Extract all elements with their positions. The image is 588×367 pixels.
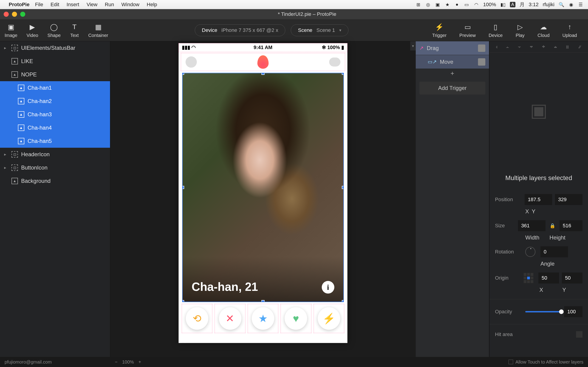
interaction-move[interactable]: ▭↗ Move (416, 55, 489, 69)
distribute-h-icon[interactable]: ⫼ (565, 44, 570, 50)
layer-row[interactable]: ▸⊡ButtonIcon (0, 161, 110, 174)
add-response-button[interactable]: + (416, 69, 489, 78)
resize-handle[interactable] (182, 186, 184, 189)
rewind-button[interactable]: ⟲ (186, 307, 208, 330)
opacity-slider[interactable] (525, 311, 561, 312)
layer-row[interactable]: ▲Cha-han1 (0, 81, 110, 94)
nope-button[interactable]: ✕ (219, 307, 242, 330)
lock-icon[interactable]: 🔒 (548, 223, 557, 228)
profile-icon[interactable] (186, 56, 197, 68)
close-icon[interactable] (4, 12, 9, 17)
tool-preview[interactable]: ▭Preview (459, 22, 476, 38)
layer-row[interactable]: ▲Cha-han5 (0, 134, 110, 148)
rotation-input[interactable] (540, 246, 568, 257)
menubar-user[interactable]: rfujiki (543, 2, 554, 8)
menu-edit[interactable]: Edit (51, 2, 59, 8)
resize-handle[interactable] (342, 300, 344, 302)
tool-play[interactable]: ▷Play (515, 22, 525, 38)
input-icon[interactable]: A (510, 2, 515, 7)
tray-icon[interactable]: ◎ (425, 2, 431, 7)
align-right-icon[interactable]: ⫟ (517, 44, 522, 50)
zoom-out-button[interactable]: − (115, 359, 118, 365)
app-name[interactable]: ProtoPie (9, 2, 29, 8)
device-selector[interactable]: Device iPhone 7 375 x 667 @2 x (195, 24, 285, 36)
wifi-icon[interactable]: ◠ (474, 2, 479, 7)
scene-selector[interactable]: Scene Scene 1 ▾ (291, 24, 348, 36)
add-trigger-button[interactable]: Add Trigger (419, 82, 485, 94)
rotation-dial[interactable] (525, 247, 536, 257)
siri-icon[interactable]: ◉ (568, 2, 574, 7)
airplay-icon[interactable]: ▭ (464, 2, 469, 7)
tool-cloud[interactable]: ☁Cloud (537, 22, 549, 38)
resize-handle[interactable] (261, 73, 265, 75)
maximize-icon[interactable] (20, 12, 25, 17)
layer-row[interactable]: ▲Cha-han3 (0, 108, 110, 121)
tool-container[interactable]: ▦Container (88, 22, 108, 38)
tray-icon[interactable]: ▣ (435, 2, 441, 7)
resize-handle[interactable] (182, 73, 184, 75)
layer-row[interactable]: ▲Cha-han2 (0, 94, 110, 108)
zoom-in-button[interactable]: + (138, 359, 141, 365)
info-button[interactable]: i (322, 281, 334, 294)
layer-row[interactable]: ▸⊡HeaderIcon (0, 148, 110, 161)
tray-icon[interactable]: ● (454, 2, 460, 7)
distribute-v-icon[interactable]: ⫽ (578, 44, 582, 50)
interaction-drag[interactable]: ↗ Drag (416, 41, 489, 55)
position-x-input[interactable] (525, 194, 552, 205)
tool-shape[interactable]: ◯Shape (47, 22, 61, 38)
resize-handle[interactable] (342, 186, 344, 189)
layer-row[interactable]: ▲Background (0, 174, 110, 188)
expand-icon[interactable]: ▸ (4, 152, 8, 157)
menu-window[interactable]: Window (121, 2, 139, 8)
align-top-icon[interactable]: ⫧ (529, 44, 534, 50)
align-bottom-icon[interactable]: ⫨ (553, 44, 558, 50)
like-button[interactable]: ♥ (285, 307, 307, 330)
resize-handle[interactable] (261, 300, 265, 302)
layer-row[interactable]: ▸⊡UIElements/StatusBar (0, 41, 110, 55)
tool-text[interactable]: TText (70, 22, 79, 38)
position-y-input[interactable] (555, 194, 582, 205)
menu-help[interactable]: Help (147, 2, 157, 8)
menu-file[interactable]: File (35, 2, 43, 8)
align-middle-icon[interactable]: ⫩ (541, 44, 546, 50)
resize-handle[interactable] (342, 73, 344, 75)
battery-icon[interactable]: ▮▯ (500, 2, 506, 7)
tool-image[interactable]: ▣Image (5, 22, 17, 38)
tool-device[interactable]: ▯Device (489, 22, 502, 38)
tool-trigger[interactable]: ⚡Trigger (432, 22, 447, 38)
hitarea-swatch[interactable] (576, 331, 582, 338)
origin-x-input[interactable] (538, 273, 559, 284)
allow-touch-checkbox[interactable] (509, 360, 513, 364)
layer-row[interactable]: ▲LIKE (0, 55, 110, 68)
tool-upload[interactable]: ↑Upload (562, 22, 577, 38)
tray-icon[interactable]: ★ (445, 2, 450, 7)
layer-row[interactable]: ▲Cha-han4 (0, 121, 110, 134)
menu-run[interactable]: Run (105, 2, 114, 8)
layer-row[interactable]: ▲NOPE (0, 68, 110, 81)
opacity-input[interactable] (564, 306, 582, 317)
notification-icon[interactable]: ☰ (578, 2, 583, 7)
tool-video[interactable]: ▶Video (27, 22, 38, 38)
boost-button[interactable]: ⚡ (318, 307, 340, 330)
expand-icon[interactable]: ▸ (4, 45, 8, 50)
origin-picker[interactable] (524, 273, 533, 283)
menu-view[interactable]: View (86, 2, 97, 8)
origin-y-input[interactable] (562, 273, 582, 284)
width-input[interactable] (518, 220, 545, 231)
collapse-panel-button[interactable]: ▾ (410, 41, 416, 50)
minimize-icon[interactable] (12, 12, 17, 17)
canvas[interactable]: ▮▮▮ ◠ 9:41 AM ✻ 100% ▮ Cha-han, 21 i (110, 41, 416, 357)
tinder-flame-icon[interactable] (258, 55, 269, 69)
spotlight-icon[interactable]: 🔍 (559, 2, 564, 7)
tray-icon[interactable]: ⊞ (416, 2, 421, 7)
chat-icon[interactable] (329, 58, 340, 67)
menu-insert[interactable]: Insert (67, 2, 79, 8)
expand-icon[interactable]: ▸ (4, 165, 8, 170)
align-left-icon[interactable]: ⫞ (495, 44, 498, 50)
align-center-icon[interactable]: ⫠ (505, 44, 510, 50)
profile-card[interactable]: Cha-han, 21 i (182, 73, 344, 302)
superlike-button[interactable]: ★ (252, 307, 274, 330)
phone-time: 9:41 AM (179, 45, 347, 50)
resize-handle[interactable] (182, 300, 184, 302)
height-input[interactable] (560, 220, 582, 231)
